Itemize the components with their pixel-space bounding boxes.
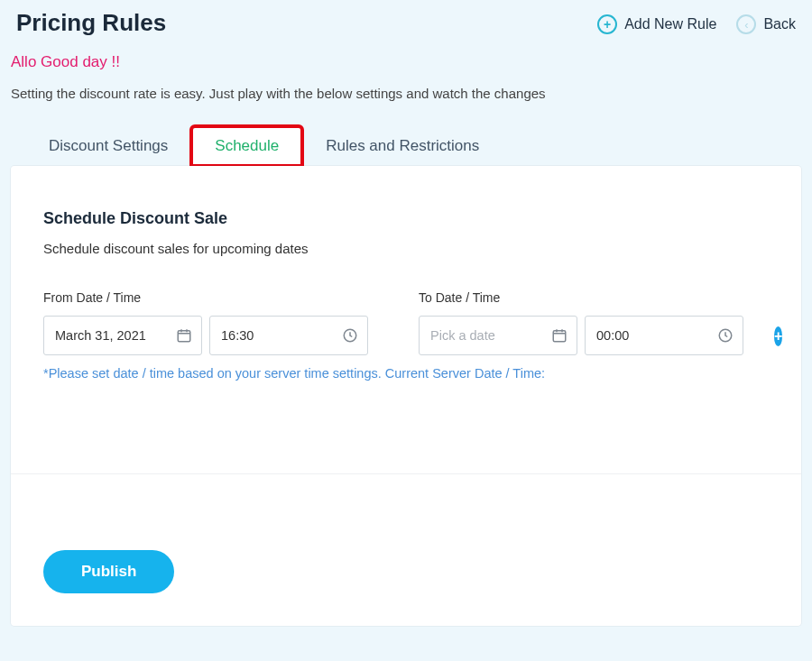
tabs: Discount Settings Schedule Rules and Res… bbox=[0, 126, 812, 166]
clock-icon bbox=[342, 327, 358, 344]
schedule-card: Schedule Discount Sale Schedule discount… bbox=[11, 166, 801, 626]
from-label: From Date / Time bbox=[43, 290, 368, 305]
to-group: To Date / Time bbox=[419, 290, 743, 355]
add-new-rule-button[interactable]: + Add New Rule bbox=[597, 14, 716, 34]
calendar-icon bbox=[176, 327, 192, 344]
top-actions: + Add New Rule ‹ Back bbox=[597, 9, 796, 34]
from-date-input-wrap[interactable] bbox=[43, 316, 202, 355]
server-time-note: *Please set date / time based on your se… bbox=[43, 366, 769, 381]
section-description: Schedule discount sales for upcoming dat… bbox=[43, 241, 769, 256]
helper-text: Setting the discount rate is easy. Just … bbox=[11, 86, 801, 101]
back-label: Back bbox=[763, 16, 796, 32]
from-time-input-wrap[interactable] bbox=[209, 316, 368, 355]
tab-schedule[interactable]: Schedule bbox=[191, 126, 302, 166]
greeting-text: Allo Good day !! bbox=[11, 53, 801, 71]
add-row-button[interactable]: + bbox=[774, 326, 782, 346]
to-time-input[interactable] bbox=[596, 328, 710, 343]
card-footer: Publish bbox=[11, 473, 801, 626]
svg-rect-2 bbox=[553, 331, 566, 342]
to-date-input[interactable] bbox=[430, 328, 544, 343]
add-new-rule-label: Add New Rule bbox=[624, 16, 716, 32]
plus-icon: + bbox=[597, 14, 617, 34]
to-time-input-wrap[interactable] bbox=[585, 316, 743, 355]
back-button[interactable]: ‹ Back bbox=[736, 14, 796, 34]
from-group: From Date / Time bbox=[43, 290, 368, 355]
plus-icon: + bbox=[774, 328, 782, 344]
publish-button[interactable]: Publish bbox=[43, 550, 174, 593]
from-date-input[interactable] bbox=[55, 328, 169, 343]
page-title: Pricing Rules bbox=[16, 9, 166, 37]
calendar-icon bbox=[551, 327, 567, 344]
from-time-input[interactable] bbox=[221, 328, 335, 343]
clock-icon bbox=[717, 327, 734, 344]
to-date-input-wrap[interactable] bbox=[419, 316, 577, 355]
tab-discount-settings[interactable]: Discount Settings bbox=[25, 126, 191, 166]
section-title: Schedule Discount Sale bbox=[43, 209, 769, 228]
chevron-left-icon: ‹ bbox=[736, 14, 756, 34]
tab-rules-restrictions[interactable]: Rules and Restrictions bbox=[302, 126, 503, 166]
svg-rect-0 bbox=[178, 331, 190, 342]
to-label: To Date / Time bbox=[419, 290, 743, 305]
